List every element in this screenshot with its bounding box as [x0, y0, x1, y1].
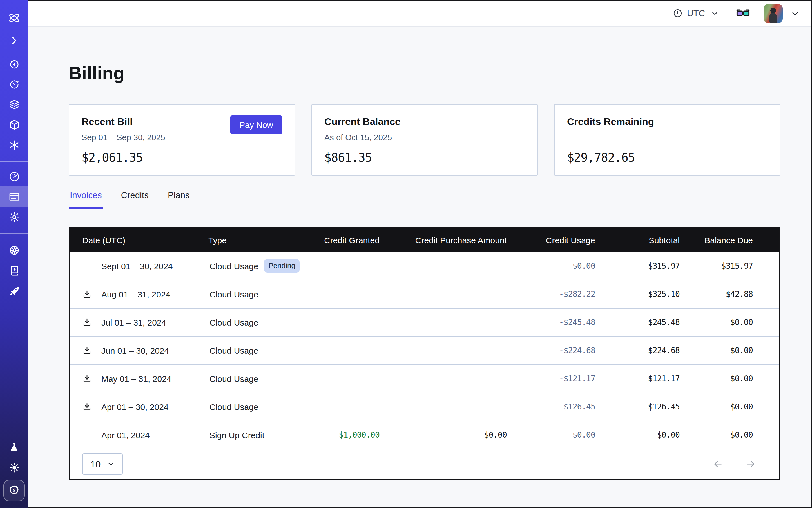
credit-usage-value: $0.00 [511, 252, 600, 280]
layers-icon[interactable] [0, 94, 28, 114]
credit-purchase-value [384, 393, 511, 421]
asterisk-icon[interactable] [0, 135, 28, 155]
pay-now-button[interactable]: Pay Now [230, 116, 282, 134]
credit-granted-value [315, 337, 384, 365]
sidebar-item-billing[interactable] [0, 186, 28, 207]
summary-cards: Recent Bill Sep 01 – Sep 30, 2025 $2,061… [69, 104, 780, 176]
subtotal-value: $224.68 [600, 337, 684, 365]
credit-usage-value: -$126.45 [511, 393, 600, 421]
column-header-subtotal: Subtotal [600, 228, 684, 252]
sidebar-group-resources [0, 240, 28, 301]
page-size-select[interactable]: 10 [82, 454, 123, 475]
invoice-date: May 01 – 31, 2024 [101, 374, 171, 384]
sidebar-divider [0, 233, 28, 234]
next-page-button[interactable] [744, 459, 757, 470]
balance-due-value: $0.00 [684, 421, 779, 449]
clock-icon [673, 8, 682, 18]
table-row: Jun 01 – 30, 2024 Cloud Usage -$224.68 $… [70, 337, 779, 365]
credit-granted-value [315, 280, 384, 308]
subtotal-value: $126.45 [600, 393, 684, 421]
invoice-type: Cloud Usage [210, 261, 258, 271]
timer-icon[interactable] [0, 74, 28, 94]
credit-purchase-value: $0.00 [384, 421, 511, 449]
invoice-type: Cloud Usage [210, 290, 258, 299]
download-invoice-button[interactable] [82, 374, 95, 384]
balance-due-value: $0.00 [684, 393, 779, 421]
avatar[interactable] [764, 4, 783, 23]
credit-granted-value [315, 393, 384, 421]
invoice-type: Cloud Usage [210, 318, 258, 327]
credit-granted-value [315, 308, 384, 337]
rocket-icon[interactable] [0, 281, 28, 301]
helm-icon[interactable] [0, 240, 28, 260]
column-header-credit-purchase-amount: Credit Purchase Amount [384, 228, 511, 252]
billing-page: Billing Recent Bill Sep 01 – Sep 30, 202… [28, 27, 812, 480]
balance-due-value: $0.00 [684, 337, 779, 365]
card-subtitle: As of Oct 15, 2025 [324, 132, 525, 142]
sidebar-group-products [0, 53, 28, 155]
flask-icon[interactable] [0, 437, 28, 457]
billing-tabs: InvoicesCreditsPlans [69, 190, 780, 208]
tab-credits[interactable]: Credits [120, 190, 150, 208]
credit-usage-value: $0.00 [511, 421, 600, 449]
billing-app-window: $ UTC [0, 0, 812, 508]
glasses-icon[interactable] [736, 8, 750, 18]
chevron-down-icon[interactable] [790, 9, 800, 18]
download-invoice-button[interactable] [82, 402, 95, 412]
invoices-table: Date (UTC)TypeCredit GrantedCredit Purch… [69, 227, 780, 480]
tab-invoices[interactable]: Invoices [69, 190, 103, 208]
credit-usage-value: -$121.17 [511, 365, 600, 393]
recent-bill-card: Recent Bill Sep 01 – Sep 30, 2025 $2,061… [69, 104, 295, 176]
subtotal-value: $245.48 [600, 308, 684, 337]
tab-plans[interactable]: Plans [167, 190, 191, 208]
orbit-logo-icon[interactable] [0, 9, 28, 27]
balance-due-value: $0.00 [684, 365, 779, 393]
sidebar-group-bottom: $ [0, 437, 28, 508]
table-row: Sept 01 – 30, 2024 Cloud Usage Pending $… [70, 252, 779, 280]
column-header-type: Type [208, 228, 315, 252]
gear-icon[interactable] [0, 207, 28, 227]
card-title: Credits Remaining [567, 116, 768, 128]
column-header-balance-due: Balance Due [684, 228, 779, 252]
pagination-bar: 10 [70, 449, 779, 479]
table-row: May 01 – 31, 2024 Cloud Usage -$121.17 $… [70, 365, 779, 393]
invoice-type: Cloud Usage [210, 374, 258, 384]
sidebar-group-account [0, 166, 28, 227]
page-title: Billing [69, 63, 780, 84]
invoice-date: Apr 01, 2024 [101, 430, 150, 440]
page-size-value: 10 [90, 459, 101, 470]
credit-usage-value: -$245.48 [511, 308, 600, 337]
table-header-row: Date (UTC)TypeCredit GrantedCredit Purch… [70, 228, 779, 252]
recent-bill-amount: $2,061.35 [82, 151, 282, 164]
download-invoice-button[interactable] [82, 290, 95, 299]
status-badge: Pending [264, 259, 300, 273]
credits-remaining-card: Credits Remaining $29,782.65 [554, 104, 780, 176]
dollar-badge-button[interactable]: $ [3, 480, 25, 501]
credit-purchase-value [384, 252, 511, 280]
cube-icon[interactable] [0, 114, 28, 135]
sidebar-expand-button[interactable] [0, 33, 28, 48]
docs-book-icon[interactable] [0, 260, 28, 281]
subtotal-value: $315.97 [600, 252, 684, 280]
credits-remaining-amount: $29,782.65 [567, 151, 768, 164]
prev-page-button[interactable] [712, 459, 724, 470]
timezone-selector[interactable]: UTC [673, 8, 719, 18]
sun-icon[interactable] [0, 457, 28, 477]
gauge-icon[interactable] [0, 166, 28, 186]
invoice-date: Jul 01 – 31, 2024 [101, 318, 166, 327]
invoice-type: Cloud Usage [210, 402, 258, 412]
subtotal-value: $325.10 [600, 280, 684, 308]
download-invoice-button[interactable] [82, 346, 95, 355]
table-row: Apr 01, 2024 Sign Up Credit $1,000.00 $0… [70, 421, 779, 449]
observe-eye-icon[interactable] [0, 53, 28, 74]
subtotal-value: $0.00 [600, 421, 684, 449]
current-balance-card: Current Balance As of Oct 15, 2025 $861.… [311, 104, 538, 176]
credit-usage-value: -$282.22 [511, 280, 600, 308]
sidebar-divider [0, 161, 28, 162]
table-row: Aug 01 – 31, 2024 Cloud Usage -$282.22 $… [70, 280, 779, 308]
topbar: UTC [28, 0, 812, 27]
download-invoice-button[interactable] [82, 318, 95, 327]
invoice-date: Apr 01 – 30, 2024 [101, 402, 169, 412]
column-header-credit-granted: Credit Granted [315, 228, 384, 252]
table-row: Apr 01 – 30, 2024 Cloud Usage -$126.45 $… [70, 393, 779, 421]
